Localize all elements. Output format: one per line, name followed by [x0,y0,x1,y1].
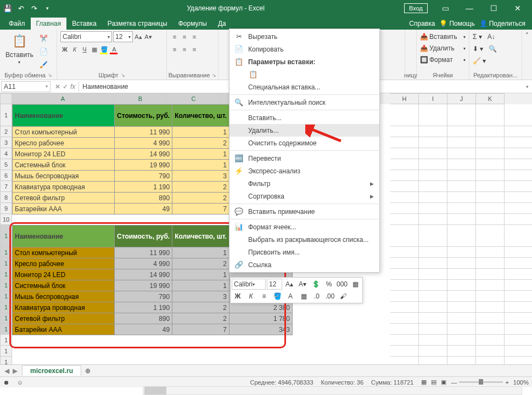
table-cell[interactable]: 1 [172,269,229,280]
table-cell[interactable]: Мышь беспроводная [13,171,115,182]
ctx-clear[interactable]: Очистить содержимое [229,137,379,149]
clipboard-dialog-icon[interactable]: ↘ [48,72,52,78]
col-header[interactable]: I [419,93,447,104]
mini-align-icon[interactable]: ≡ [258,291,270,302]
table-cell[interactable]: 1 780 [229,313,292,324]
row-header[interactable]: 1 [0,346,12,357]
mini-bold-button[interactable]: Ж [232,291,244,302]
mini-painter-icon[interactable]: 🖌 [337,291,349,302]
view-normal-icon[interactable]: ▦ [421,379,427,386]
table-cell[interactable]: 11 990 [115,127,172,138]
table-cell[interactable]: Батарейки AAA [13,324,115,335]
collapse-ribbon-icon[interactable]: ˄ [522,30,532,80]
signin-button[interactable]: Вход [404,3,428,13]
qat-dropdown-icon[interactable]: ▾ [42,3,53,14]
table-header-cell[interactable]: Наименование [13,225,115,247]
table-cell[interactable]: 1 190 [115,182,172,193]
paste-button[interactable]: 📋 Вставить ▾ [3,31,36,66]
view-break-icon[interactable]: ▣ [441,379,446,386]
bold-button[interactable]: Ж [60,45,69,54]
new-sheet-button[interactable]: ⊕ [81,367,94,375]
table-cell[interactable]: 49 [115,204,172,215]
col-header[interactable]: C [167,93,221,104]
ctx-quick-analysis[interactable]: ⚡Экспресс-анализ [229,165,379,177]
table-cell[interactable]: 2 [172,138,229,149]
mini-fill-icon[interactable]: 🪣 [271,291,283,302]
table-cell[interactable]: 1 [172,127,229,138]
ctx-paste-option[interactable]: 📋 [229,68,379,81]
table-cell[interactable]: Батарейки AAA [13,204,115,215]
col-header[interactable]: J [447,93,476,104]
table-cell[interactable]: 343 [229,324,292,335]
table-cell[interactable]: 2 [172,313,229,324]
row-header[interactable]: 2 [0,126,12,137]
align-bot-icon[interactable]: ≡ [190,32,199,41]
format-painter-icon[interactable]: 🖌️ [38,59,50,71]
minimize-icon[interactable]: ― [457,0,481,16]
col-header[interactable]: K [476,93,505,104]
mini-italic-button[interactable]: К [245,291,257,302]
ctx-cut[interactable]: ✂Вырезать [229,30,379,43]
horizontal-scrollbar[interactable] [143,386,522,395]
mini-border-icon[interactable]: ▦ [298,291,310,302]
row-header[interactable]: 1 [0,104,12,126]
row-header[interactable]: 5 [0,159,12,170]
ctx-link[interactable]: 🔗Ссылка [229,258,379,271]
ctx-filter[interactable]: Фильтр▶ [229,177,379,190]
table-cell[interactable]: 1 190 [115,302,172,313]
table-cell[interactable]: 19 990 [115,280,172,291]
table-cell[interactable]: 4 990 [115,258,172,269]
tab-home[interactable]: Главная [31,18,67,30]
redo-icon[interactable]: ↷ [29,3,40,14]
zoom-level[interactable]: 100% [513,379,529,386]
macro-record-icon[interactable]: ⏺ [3,379,9,386]
table-cell[interactable]: 49 [115,324,172,335]
cells-insert-button[interactable]: 📥 Вставить ▾ [420,31,466,42]
ctx-copy[interactable]: 📄Копировать [229,43,379,55]
tab-formulas[interactable]: Формулы [173,18,212,30]
border-icon[interactable]: ▦ [90,45,99,54]
table-cell[interactable]: 14 990 [115,149,172,160]
table-cell[interactable]: 7 [172,324,229,335]
table-cell[interactable]: Стол компьютерный [13,127,115,138]
mini-grow-icon[interactable]: A▴ [283,279,295,290]
mini-accounting-icon[interactable]: 💲 [310,279,322,290]
table-cell[interactable]: Клавиатура проводная [13,302,115,313]
undo-icon[interactable]: ↶ [15,3,26,14]
table-cell[interactable]: Системный блок [13,160,115,171]
share-button[interactable]: 👤 Поделиться [479,20,525,27]
table-cell[interactable]: 2 [172,258,229,269]
underline-button[interactable]: Ч [80,45,89,54]
row-header[interactable]: 1 [0,302,12,313]
mini-percent-icon[interactable]: % [323,279,335,290]
table-cell[interactable]: Сетевой фильтр [13,313,115,324]
table-cell[interactable]: 11 990 [115,247,172,258]
table-cell[interactable]: 1 [172,280,229,291]
ctx-delete[interactable]: Удалить... [229,124,379,137]
table-cell[interactable]: 890 [115,313,172,324]
cells-format-button[interactable]: 🔲 Формат ▾ [420,54,466,65]
row-header[interactable]: 1 [0,291,12,302]
table-cell[interactable]: 790 [115,171,172,182]
row-header[interactable]: 10 [0,214,12,225]
align-center-icon[interactable]: ≡ [180,45,189,54]
copy-icon[interactable]: 📄 [38,46,50,58]
row-header[interactable]: 1 [0,225,12,247]
ctx-smart-lookup[interactable]: 🔍Интеллектуальный поиск [229,96,379,109]
table-cell[interactable]: 3 [172,171,229,182]
col-header[interactable]: H [390,93,419,104]
table-cell[interactable]: 4 990 [115,138,172,149]
cells-delete-button[interactable]: 📤 Удалить ▾ [420,43,466,54]
row-header[interactable]: 1 [0,324,12,335]
mini-size-select[interactable]: 12 [267,279,282,290]
ctx-sort[interactable]: Сортировка▶ [229,190,379,202]
tab-layout[interactable]: Разметка страницы [102,18,173,30]
sheet-nav-prev-icon[interactable]: ◀ [4,367,9,375]
table-cell[interactable]: Сетевой фильтр [13,193,115,204]
row-header[interactable]: 1 [0,280,12,291]
ctx-dropdown[interactable]: Выбрать из раскрывающегося списка... [229,233,379,246]
mini-inc-dec-icon[interactable]: .0 [311,291,323,302]
mini-dec-dec-icon[interactable]: .00 [324,291,336,302]
table-header-cell[interactable]: Количество, шт. [172,105,229,127]
tab-insert[interactable]: Вставка [66,18,102,30]
